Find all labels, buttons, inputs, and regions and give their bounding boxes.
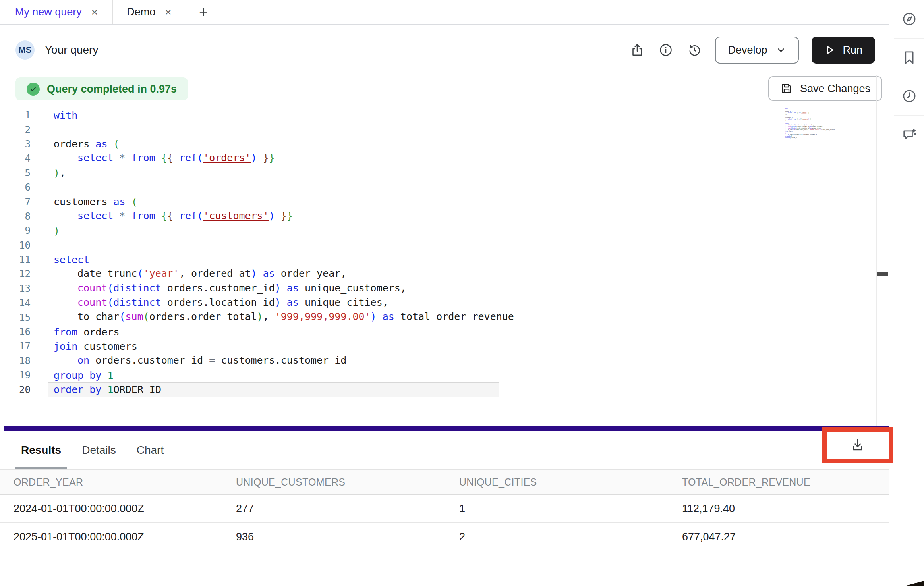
code-token (101, 370, 107, 381)
download-button[interactable] (846, 433, 870, 457)
results-tab-chart[interactable]: Chart (137, 444, 164, 457)
code-area[interactable]: 1with23orders as (4select * from {{ ref(… (0, 108, 514, 397)
history-icon[interactable] (686, 42, 702, 58)
column-header: ORDER_YEAR (14, 476, 236, 488)
code-line[interactable]: 19group by 1 (0, 368, 514, 382)
code-token: , (263, 311, 275, 323)
tab-label: My new query (15, 6, 82, 18)
code-token: select (788, 118, 792, 120)
code-line[interactable]: 2 (0, 122, 514, 137)
code-token: * (113, 152, 131, 164)
code-line[interactable]: 7customers as ( (0, 195, 514, 209)
column-header: UNIQUE_CITIES (459, 476, 682, 488)
code-line[interactable]: 16from orders (0, 325, 514, 339)
code-token: { (167, 210, 173, 222)
code-line[interactable]: 20order by 1ORDER_ID (0, 382, 514, 397)
code-line[interactable]: 9) (0, 224, 514, 238)
code-token (155, 210, 161, 222)
code-token: ref (179, 210, 197, 222)
code-line[interactable]: 11select (0, 253, 514, 267)
code-token: } (810, 118, 811, 120)
code-text: select (31, 254, 89, 266)
sidebar-item-explore[interactable] (894, 0, 924, 39)
sidebar-item-ai-chat[interactable] (894, 116, 924, 154)
code-line[interactable]: 13count(distinct orders.customer_id) as … (0, 281, 514, 296)
code-token: count (77, 297, 107, 308)
code-line[interactable]: 10 (0, 238, 514, 253)
code-text: from orders (31, 326, 120, 338)
code-line[interactable]: 15to_char(sum(orders.order_total), '999,… (0, 310, 514, 324)
code-line[interactable]: 18on orders.customer_id = customers.cust… (0, 354, 514, 368)
sidebar-item-bookmarks[interactable] (894, 39, 924, 77)
code-token: = (209, 355, 215, 366)
sidebar-item-history[interactable] (894, 77, 924, 116)
editor-tab[interactable]: Demo× (113, 0, 186, 24)
table-body: 2024-01-01T00:00:00.000Z2771112,179.4020… (0, 495, 889, 551)
check-circle-icon (27, 83, 40, 96)
document-header: MS Your query (0, 25, 889, 75)
code-line[interactable]: 6 (0, 180, 514, 195)
indent-guide (54, 209, 77, 224)
code-line[interactable]: 3orders as ( (0, 137, 514, 151)
share-icon[interactable] (629, 42, 645, 58)
code-text: select * from {{ ref('customers') }} (31, 209, 293, 224)
info-icon[interactable] (658, 42, 674, 58)
code-token: ) (251, 268, 257, 280)
code-line[interactable]: 5), (0, 166, 514, 180)
close-icon[interactable]: × (91, 7, 98, 18)
code-token: distinct (792, 126, 797, 127)
code-text: ), (31, 167, 66, 179)
line-number: 5 (0, 168, 31, 179)
code-token (257, 152, 263, 164)
minimap[interactable]: withorders as (select * from {{ ref('ord… (785, 108, 849, 144)
avatar: MS (15, 40, 35, 60)
code-token: count (788, 126, 791, 127)
results-tab-details[interactable]: Details (82, 444, 116, 457)
code-token: sum (125, 311, 143, 323)
code-token: ) (269, 210, 275, 222)
code-token: group by (54, 370, 101, 381)
code-token (173, 210, 179, 222)
code-token: order_year, (809, 125, 817, 126)
code-token: with (54, 110, 77, 121)
code-line[interactable]: 14count(distinct orders.location_id) as … (0, 296, 514, 310)
close-icon[interactable]: × (165, 7, 171, 18)
code-text: ) (31, 225, 60, 237)
code-token: } (808, 112, 809, 114)
table-cell: 936 (236, 531, 459, 543)
code-token: ) (371, 311, 377, 323)
code-token: join (54, 341, 77, 352)
save-changes-button[interactable]: Save Changes (768, 76, 882, 101)
code-token: to_char (77, 311, 119, 323)
code-token: , ordered_at (799, 125, 806, 126)
code-token: 1 (107, 384, 113, 395)
code-token (126, 196, 131, 208)
code-line[interactable]: 17join customers (0, 339, 514, 353)
code-token: 'year' (143, 268, 179, 280)
code-token: from (131, 152, 155, 164)
code-line[interactable]: 8select * from {{ ref('customers') }} (0, 209, 514, 224)
panel-divider[interactable] (4, 426, 889, 431)
code-token: '999,999,999.00' (809, 129, 820, 131)
code-token: ) (54, 167, 60, 179)
code-line[interactable]: 12date_trunc('year', ordered_at) as orde… (0, 267, 514, 281)
scrollbar-thumb[interactable] (877, 272, 888, 276)
clock-icon (901, 88, 917, 104)
code-token: customers (54, 196, 114, 208)
new-tab-button[interactable]: + (186, 0, 221, 24)
indent-guide (54, 281, 77, 296)
code-line[interactable]: 1with (0, 108, 514, 122)
run-button[interactable]: Run (812, 37, 875, 64)
code-token: ( (197, 152, 203, 164)
code-token: to_char (788, 129, 792, 131)
code-line[interactable]: 4select * from {{ ref('orders') }} (0, 151, 514, 166)
code-token (155, 152, 161, 164)
editor-scrollbar[interactable] (876, 75, 888, 426)
results-tab-results[interactable]: Results (21, 444, 61, 457)
code-token: as (114, 196, 126, 208)
editor-tab[interactable]: My new query× (0, 0, 113, 24)
develop-button[interactable]: Develop (715, 37, 799, 64)
code-token: on (77, 355, 89, 366)
develop-label: Develop (728, 44, 767, 56)
column-header: UNIQUE_CUSTOMERS (236, 476, 459, 488)
